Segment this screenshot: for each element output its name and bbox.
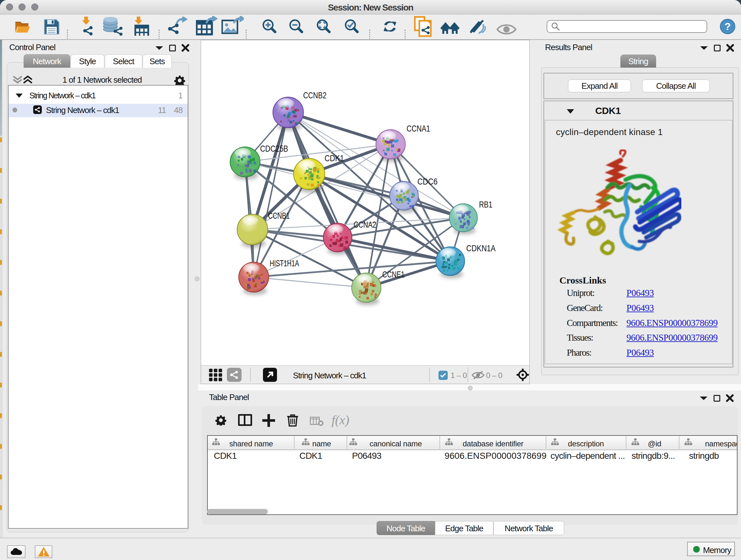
svg-text:RB1: RB1 (479, 199, 492, 209)
svg-text:HIST1H1A: HIST1H1A (270, 258, 299, 268)
svg-text:CCNA2: CCNA2 (354, 220, 376, 230)
svg-text:CDK1: CDK1 (325, 153, 344, 163)
svg-text:CCNE1: CCNE1 (382, 269, 405, 279)
svg-text:CCNA1: CCNA1 (407, 124, 430, 133)
svg-text:CDC6: CDC6 (417, 177, 437, 186)
svg-text:CDC25B: CDC25B (260, 144, 288, 153)
svg-text:CCNB1: CCNB1 (268, 211, 290, 221)
svg-text:?: ? (724, 21, 731, 32)
svg-text:CCNB2: CCNB2 (303, 90, 327, 100)
svg-text:CDKN1A: CDKN1A (466, 243, 495, 253)
